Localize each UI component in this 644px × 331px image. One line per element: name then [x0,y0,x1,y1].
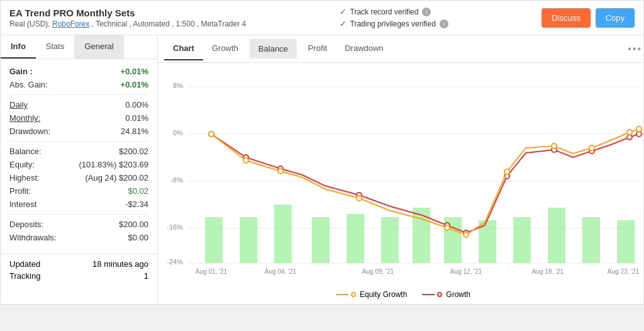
svg-text:Aug 23, '21: Aug 23, '21 [608,268,640,275]
updated-row: Updated 18 minutes ago [9,259,148,269]
svg-point-37 [357,196,362,201]
svg-point-40 [504,169,509,174]
withdrawals-row: Withdrawals: $0.00 [9,233,148,242]
svg-text:-24%: -24% [167,258,183,266]
interest-value: -$2.34 [125,199,148,209]
monthly-label[interactable]: Monthly: [9,113,40,123]
profit-value: $0.02 [128,186,148,196]
svg-point-34 [209,132,214,137]
trading-privileges-verified: ✓ Trading privileges verified i [340,19,448,28]
verification-section: ✓ Track record verified i ✓ Trading priv… [340,7,448,28]
check-icon-1: ✓ [340,7,347,16]
svg-text:-16%: -16% [167,223,183,231]
chart-tab-profit[interactable]: Profit [299,37,336,60]
svg-rect-15 [381,217,399,263]
withdrawals-label: Withdrawals: [9,233,56,242]
abs-gain-label: Abs. Gain: [9,80,48,89]
profit-label: Profit: [9,186,31,196]
right-panel: Chart Growth Balance Profit Drawdown •••… [158,35,644,304]
svg-text:8%: 8% [173,82,183,89]
main-body: Info Stats General Gain : +0.01% Abs. Ga… [1,35,643,304]
svg-text:0%: 0% [173,129,183,137]
chart-svg: 8% 0% -8% -16% -24% [164,69,642,283]
svg-rect-13 [312,217,330,263]
header-subtitle: Real (USD), RoboForex , Technical , Auto… [9,20,246,28]
svg-text:Aug 18, '21: Aug 18, '21 [532,268,564,275]
updated-value: 18 minutes ago [92,259,148,269]
svg-rect-20 [548,208,565,263]
drawdown-row: Drawdown: 24.81% [9,126,148,136]
tracking-row: Tracking 1 [9,271,148,281]
monthly-row: Monthly: 0.01% [9,113,148,123]
chart-tab-chart[interactable]: Chart [164,37,203,60]
track-record-label: Track record verified [350,8,419,16]
abs-gain-value: +0.01% [121,80,148,89]
check-icon-2: ✓ [340,19,347,28]
svg-rect-10 [205,217,223,263]
broker-link[interactable]: RoboForex [52,20,89,28]
header: EA Trend PRO Monthly Sets Real (USD), Ro… [1,1,643,35]
highest-label: Highest: [9,173,40,182]
chart-area: 8% 0% -8% -16% -24% [158,63,644,304]
legend-growth: Growth [422,290,470,299]
interest-label: Interest [9,199,36,209]
highest-row: Highest: (Aug 24) $200.02 [9,173,148,182]
svg-rect-19 [513,217,531,263]
svg-point-43 [627,130,632,135]
gain-value: +0.01% [121,67,148,76]
daily-value: 0.00% [125,100,148,109]
legend-equity-label: Equity Growth [360,290,407,299]
daily-row: Daily 0.00% [9,100,148,109]
trading-privileges-label: Trading privileges verified [350,20,436,28]
svg-text:Aug 01, '21: Aug 01, '21 [196,268,228,275]
deposits-value: $200.00 [119,220,148,229]
svg-rect-21 [582,217,600,263]
svg-point-33 [636,132,641,137]
svg-rect-14 [347,214,364,263]
page-title: EA Trend PRO Monthly Sets [9,8,246,18]
interest-row: Interest -$2.34 [9,199,148,209]
equity-row: Equity: (101.83%) $203.69 [9,160,148,169]
tab-general[interactable]: General [74,35,123,59]
svg-point-38 [445,225,450,230]
left-tabs: Info Stats General [1,35,157,59]
info-icon-1[interactable]: i [422,8,431,16]
updated-label: Updated [9,259,40,269]
svg-point-41 [552,143,557,149]
chart-tab-growth[interactable]: Growth [203,37,247,60]
svg-point-36 [278,169,283,174]
profit-row: Profit: $0.02 [9,186,148,196]
balance-value: $200.02 [119,147,148,156]
svg-rect-22 [617,220,635,263]
left-panel: Info Stats General Gain : +0.01% Abs. Ga… [1,35,158,304]
copy-button[interactable]: Copy [596,8,635,28]
balance-label: Balance: [9,147,42,156]
tab-stats[interactable]: Stats [36,35,75,59]
svg-text:Aug 12, '21: Aug 12, '21 [450,268,482,275]
chart-tab-balance[interactable]: Balance [250,39,297,59]
gain-label: Gain : [9,67,33,76]
chart-more-button[interactable]: ••• [628,43,642,55]
header-left: EA Trend PRO Monthly Sets Real (USD), Ro… [9,8,246,28]
svg-rect-12 [274,205,292,263]
header-actions: Discuss Copy [541,8,635,28]
svg-text:Aug 04, '21: Aug 04, '21 [265,268,297,275]
info-icon-2[interactable]: i [440,20,448,28]
tab-info[interactable]: Info [1,35,36,59]
equity-label: Equity: [9,160,35,169]
svg-point-39 [464,232,469,237]
chart-tab-drawdown[interactable]: Drawdown [336,37,392,60]
daily-label[interactable]: Daily [9,100,28,109]
chart-legend: Equity Growth Growth [164,285,642,304]
tracking-label: Tracking [9,271,40,281]
discuss-button[interactable]: Discuss [541,8,591,28]
legend-growth-label: Growth [446,290,470,299]
monthly-value: 0.01% [125,113,148,123]
svg-text:-8%: -8% [170,176,183,184]
deposits-label: Deposits: [9,220,43,229]
highest-value: (Aug 24) $200.02 [86,173,148,182]
svg-text:Aug 09, '21: Aug 09, '21 [362,268,394,275]
svg-point-32 [627,135,632,140]
svg-point-35 [243,158,248,163]
chart-tabs: Chart Growth Balance Profit Drawdown ••• [158,35,644,63]
